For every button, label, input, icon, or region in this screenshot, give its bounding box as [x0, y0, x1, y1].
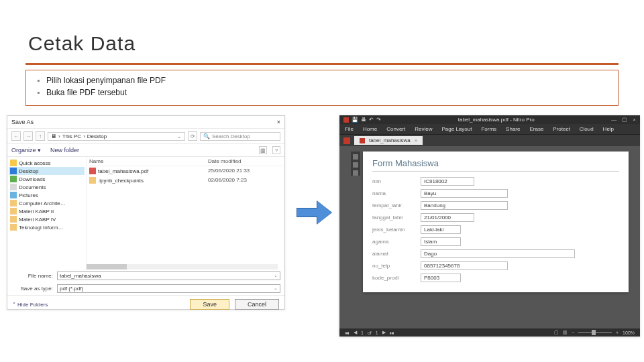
- tree-folder[interactable]: Teknologi Inform…: [9, 223, 85, 231]
- tree-quick-access[interactable]: Quick access: [9, 159, 85, 167]
- folder-icon: [10, 208, 17, 215]
- refresh-icon[interactable]: ⟳: [188, 131, 197, 141]
- field-label: nama: [372, 190, 421, 196]
- last-page-icon[interactable]: ⏭: [390, 330, 394, 335]
- save-button[interactable]: Save: [190, 299, 229, 310]
- redo-icon[interactable]: ↷: [376, 117, 381, 123]
- chevron-down-icon[interactable]: ⌄: [274, 286, 278, 292]
- next-page-icon[interactable]: ▶: [382, 330, 386, 335]
- bullet-item: ▪Buka file PDF tersebut: [37, 86, 607, 99]
- bookmark-icon[interactable]: [353, 154, 358, 160]
- filename-input[interactable]: tabel_mahasiswa⌄: [57, 272, 280, 280]
- close-icon[interactable]: ×: [633, 117, 636, 123]
- view-icon[interactable]: ▦: [259, 146, 267, 154]
- tree-folder[interactable]: Computer Archite…: [9, 199, 85, 207]
- path-input[interactable]: 🖥 › This PC › Desktop ⌄: [48, 132, 185, 141]
- zoom-value[interactable]: 100%: [623, 330, 635, 335]
- nav-tree: Quick access Desktop Downloads Documents…: [7, 157, 87, 269]
- menu-review[interactable]: Review: [415, 126, 432, 132]
- savetype-select[interactable]: pdf (*.pdf)⌄: [57, 284, 280, 293]
- nav-forward-icon[interactable]: →: [23, 131, 33, 141]
- organize-button[interactable]: Organize ▾: [11, 147, 41, 154]
- home-tab-icon[interactable]: [343, 137, 350, 144]
- menu-page-layout[interactable]: Page Layout: [441, 126, 472, 132]
- folder-icon: [10, 216, 17, 223]
- menu-home[interactable]: Home: [363, 126, 377, 132]
- file-date: 02/06/2020 7:23: [208, 177, 282, 184]
- menu-erase[interactable]: Erase: [529, 126, 543, 132]
- search-input[interactable]: 🔍 Search Desktop: [200, 132, 280, 141]
- title-underline: [25, 63, 619, 65]
- slider-knob[interactable]: [592, 330, 596, 335]
- field-jenis-kelamin: jenis_kelaminLaki-laki: [372, 225, 619, 234]
- menu-help[interactable]: Help: [603, 126, 614, 132]
- layout-icon[interactable]: ▥: [563, 330, 568, 335]
- menu-file[interactable]: File: [345, 126, 354, 132]
- prev-page-icon[interactable]: ◀: [354, 330, 357, 335]
- tree-label: Downloads: [19, 176, 46, 182]
- tree-desktop[interactable]: Desktop: [9, 167, 85, 175]
- tree-folder[interactable]: Materi KABP II: [9, 207, 85, 215]
- help-icon[interactable]: ?: [272, 146, 280, 154]
- scroll-thumb[interactable]: [87, 264, 127, 269]
- tree-downloads[interactable]: Downloads: [9, 175, 85, 183]
- file-row[interactable]: tabel_mahasiswa.pdf 25/06/2020 21:33: [89, 166, 282, 176]
- star-icon: [10, 160, 17, 166]
- hide-folders-label: Hide Folders: [17, 302, 48, 308]
- page-current[interactable]: 1: [361, 330, 364, 335]
- menu-convert[interactable]: Convert: [386, 126, 405, 132]
- undo-icon[interactable]: ↶: [369, 117, 374, 123]
- save-as-titlebar: Save As ×: [7, 116, 284, 129]
- col-date[interactable]: Date modified: [208, 158, 282, 164]
- menu-forms[interactable]: Forms: [481, 126, 496, 132]
- save-as-title: Save As: [11, 119, 34, 125]
- zoom-slider[interactable]: [578, 332, 612, 333]
- close-icon[interactable]: ×: [277, 119, 280, 125]
- zoom-controls: ▢ ▥ − + 100%: [554, 330, 635, 335]
- field-value: Bayu: [421, 189, 508, 198]
- new-folder-button[interactable]: New folder: [50, 147, 79, 154]
- attachment-icon[interactable]: [353, 170, 358, 176]
- menu-share[interactable]: Share: [506, 126, 520, 132]
- chevron-down-icon[interactable]: ⌄: [274, 273, 278, 279]
- quick-print-icon[interactable]: 🖶: [361, 117, 366, 123]
- nav-back-icon[interactable]: ←: [11, 131, 21, 141]
- field-label: jenis_kelamin: [372, 227, 421, 233]
- page-total: 1: [376, 330, 378, 335]
- thumbnail-icon[interactable]: [353, 162, 358, 168]
- tree-documents[interactable]: Documents: [9, 183, 85, 191]
- breadcrumb-bar: ← → ↑ 🖥 › This PC › Desktop ⌄ ⟳ 🔍 Search…: [7, 129, 284, 144]
- chevron-down-icon[interactable]: ⌄: [177, 133, 182, 139]
- file-name: tabel_mahasiswa.pdf: [98, 168, 148, 174]
- file-row[interactable]: .ipynb_checkpoints 02/06/2020 7:23: [89, 176, 282, 185]
- layout-icon[interactable]: ▢: [554, 330, 559, 335]
- field-kode-prodi: kode_prodiP8003: [372, 274, 619, 282]
- hide-folders-toggle[interactable]: ˄Hide Folders: [13, 302, 48, 308]
- first-page-icon[interactable]: ⏮: [345, 330, 350, 335]
- zoom-out-icon[interactable]: −: [572, 330, 574, 335]
- breadcrumb-segment[interactable]: Desktop: [87, 133, 107, 139]
- field-label: tanggal_lahir: [372, 215, 421, 221]
- arrow-icon: [297, 201, 334, 224]
- field-agama: agamaIslam: [372, 237, 619, 246]
- menu-cloud[interactable]: Cloud: [580, 126, 594, 132]
- search-placeholder: Search Desktop: [212, 133, 250, 139]
- document-tab[interactable]: tabel_mahasiswa ×: [354, 136, 423, 145]
- maximize-icon[interactable]: ▢: [622, 117, 627, 123]
- field-value: Bandung: [421, 201, 508, 210]
- cancel-button[interactable]: Cancel: [235, 299, 279, 310]
- quick-save-icon[interactable]: 💾: [352, 117, 358, 123]
- field-value: Dago: [421, 249, 575, 258]
- tab-close-icon[interactable]: ×: [415, 137, 418, 143]
- breadcrumb-segment[interactable]: This PC: [62, 133, 81, 139]
- zoom-in-icon[interactable]: +: [616, 330, 619, 335]
- horizontal-scrollbar[interactable]: [87, 264, 278, 269]
- nav-up-icon[interactable]: ↑: [36, 131, 45, 141]
- menu-protect[interactable]: Protect: [553, 126, 570, 132]
- minimize-icon[interactable]: —: [611, 117, 616, 123]
- field-label: alamat: [372, 251, 421, 257]
- tree-folder[interactable]: Materi KABP IV: [9, 215, 85, 223]
- col-name[interactable]: Name: [89, 158, 208, 164]
- tree-pictures[interactable]: Pictures: [9, 191, 85, 199]
- file-list: Name Date modified tabel_mahasiswa.pdf 2…: [87, 157, 284, 269]
